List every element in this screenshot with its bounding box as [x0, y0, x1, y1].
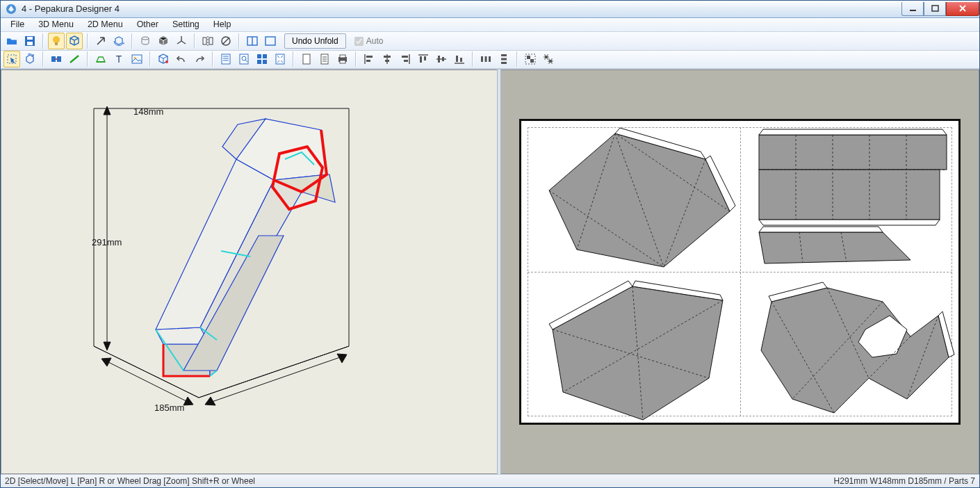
svg-rect-106 [759, 170, 940, 220]
bulb-icon[interactable] [48, 33, 65, 49]
svg-rect-60 [489, 56, 491, 62]
close-button[interactable] [946, 2, 979, 16]
svg-marker-76 [104, 342, 111, 350]
menu-3d[interactable]: 3D Menu [31, 18, 81, 31]
cube-sel-icon[interactable] [155, 51, 172, 67]
svg-rect-20 [57, 56, 61, 62]
align-hcenter-icon[interactable] [379, 51, 395, 67]
menu-setting[interactable]: Setting [165, 18, 206, 31]
svg-rect-47 [402, 56, 408, 58]
redo-icon[interactable] [191, 51, 208, 67]
maximize-button[interactable] [924, 2, 946, 16]
svg-marker-75 [104, 106, 111, 115]
text-icon[interactable]: T [111, 51, 127, 67]
svg-rect-53 [438, 56, 440, 63]
window-controls [901, 2, 979, 16]
svg-marker-78 [101, 358, 111, 366]
group-icon[interactable] [522, 51, 539, 67]
menu-2d[interactable]: 2D Menu [81, 18, 130, 31]
svg-marker-79 [183, 397, 193, 405]
page-map-icon[interactable] [218, 51, 234, 67]
svg-rect-32 [257, 60, 261, 64]
print-icon[interactable] [334, 51, 351, 67]
undo-unfold-button[interactable]: Undo Unfold [284, 33, 346, 49]
svg-line-80 [210, 357, 342, 402]
align-top-icon[interactable] [415, 51, 432, 67]
svg-rect-7 [55, 42, 58, 45]
svg-rect-66 [530, 59, 534, 63]
menu-file[interactable]: File [3, 18, 31, 31]
cube-solid-icon[interactable] [155, 33, 172, 49]
svg-rect-26 [222, 54, 230, 64]
arrow-up-right-icon[interactable] [92, 33, 109, 49]
rotate-icon[interactable] [22, 51, 38, 67]
svg-text:T: T [116, 54, 122, 65]
svg-rect-31 [263, 54, 267, 58]
titlebar[interactable]: 4 - Pepakura Designer 4 [1, 1, 979, 18]
dim-width-label: 148mm [133, 106, 163, 117]
edge-green-icon[interactable] [66, 51, 83, 67]
dist-h-icon[interactable] [477, 51, 494, 67]
page-lines-icon[interactable] [316, 51, 333, 67]
app-icon [5, 3, 17, 15]
app-window: 4 - Pepakura Designer 4 File 3D Menu 2D … [0, 0, 980, 488]
layout-2col-icon[interactable] [244, 33, 261, 49]
align-left-icon[interactable] [361, 51, 377, 67]
svg-rect-54 [442, 57, 444, 61]
toolbar-separator [42, 33, 44, 49]
align-right-icon[interactable] [397, 51, 414, 67]
svg-marker-114 [759, 232, 910, 263]
svg-rect-41 [366, 56, 373, 58]
menu-help[interactable]: Help [206, 18, 238, 31]
viewport-2d[interactable] [501, 70, 979, 474]
toolbar-separator [212, 51, 213, 67]
svg-rect-105 [759, 135, 947, 170]
cube-rotate-icon[interactable] [66, 33, 83, 49]
cube-arrow-icon[interactable] [111, 33, 127, 49]
svg-rect-61 [501, 54, 507, 56]
svg-rect-19 [51, 56, 56, 62]
cylinder-icon[interactable] [137, 33, 154, 49]
status-left: 2D [Select/Move] L [Pan] R or Wheel Drag… [5, 476, 255, 486]
menubar: File 3D Menu 2D Menu Other Setting Help [1, 18, 979, 33]
svg-rect-57 [460, 58, 462, 62]
menu-other[interactable]: Other [130, 18, 165, 31]
select-rect-icon[interactable] [3, 51, 20, 67]
flip-h-icon[interactable] [199, 33, 216, 49]
svg-rect-9 [203, 38, 206, 44]
align-vcenter-icon[interactable] [433, 51, 450, 67]
align-bottom-icon[interactable] [451, 51, 468, 67]
image-icon[interactable] [129, 51, 145, 67]
axes-icon[interactable] [173, 33, 190, 49]
auto-checkbox[interactable]: Auto [354, 36, 384, 46]
page-fit-icon[interactable] [272, 51, 288, 67]
undo-icon[interactable] [173, 51, 190, 67]
ungroup-icon[interactable] [540, 51, 557, 67]
svg-point-6 [53, 36, 60, 43]
viewport-3d[interactable]: 291mm 148mm 185mm [1, 70, 497, 474]
dim-height-label: 291mm [92, 237, 122, 247]
svg-rect-58 [481, 56, 483, 62]
svg-marker-117 [759, 227, 883, 232]
arrange-icon[interactable] [254, 51, 270, 67]
toolbar-separator [194, 33, 195, 49]
flap-icon[interactable] [92, 51, 109, 67]
save-icon[interactable] [22, 33, 38, 49]
svg-rect-5 [27, 42, 33, 45]
svg-rect-16 [266, 37, 275, 45]
toolbar-main: Undo Unfold Auto [1, 32, 979, 50]
svg-marker-18 [26, 55, 33, 63]
minimize-button[interactable] [901, 2, 924, 16]
page-blank-icon[interactable] [298, 51, 315, 67]
toolbar-separator [355, 51, 357, 67]
layout-1col-icon[interactable] [262, 33, 279, 49]
page-zoom-icon[interactable] [236, 51, 252, 67]
dist-v-icon[interactable] [496, 51, 512, 67]
svg-marker-124 [761, 288, 949, 413]
circle-cross-icon[interactable] [218, 33, 234, 49]
join-icon[interactable] [48, 51, 65, 67]
toolbar-separator [87, 33, 88, 49]
svg-rect-62 [501, 58, 507, 60]
open-icon[interactable] [3, 33, 20, 49]
svg-rect-34 [276, 54, 284, 64]
